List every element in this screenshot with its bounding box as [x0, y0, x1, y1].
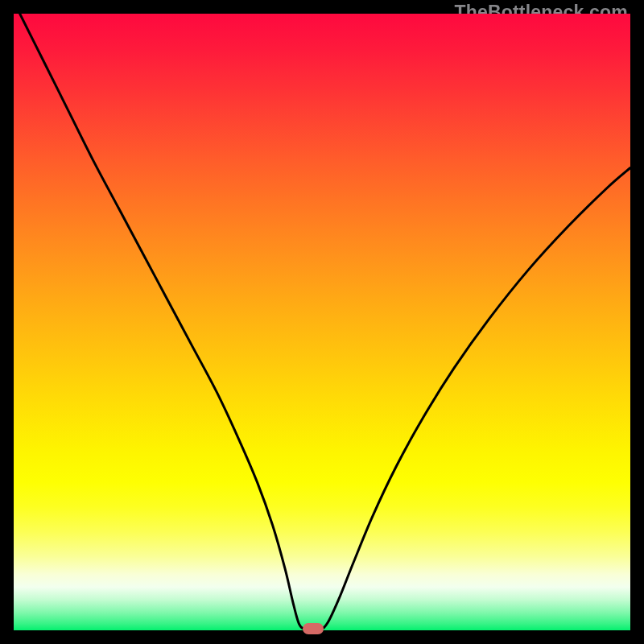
chart-frame: TheBottleneck.com [0, 0, 644, 644]
plot-area [14, 14, 630, 630]
optimal-marker [303, 623, 324, 634]
bottleneck-curve [14, 14, 630, 630]
